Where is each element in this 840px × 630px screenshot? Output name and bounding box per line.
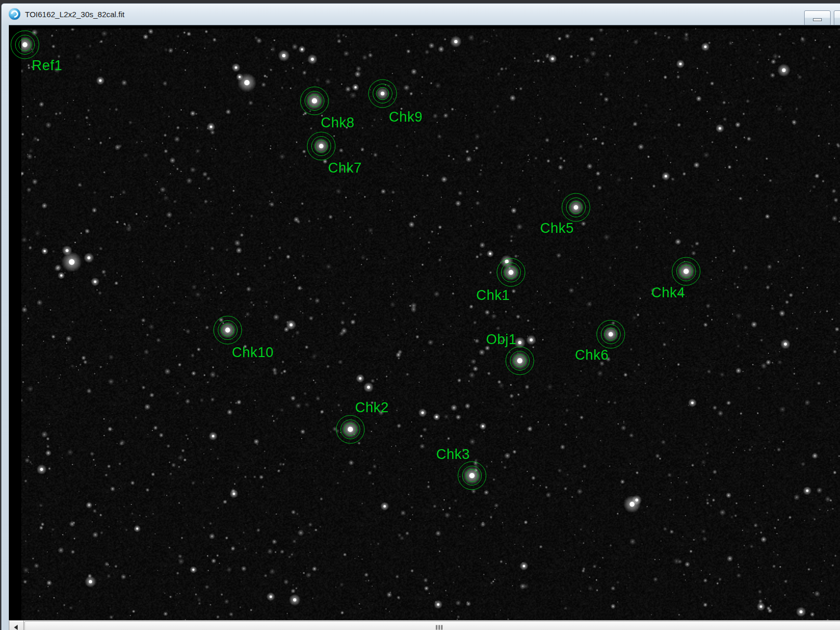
scrollbar-track[interactable]	[24, 621, 840, 630]
scrollbar-thumb[interactable]	[24, 621, 840, 630]
aperture-ring	[369, 80, 397, 108]
marker-label: Chk6	[575, 348, 609, 362]
marker-label: Chk8	[321, 115, 355, 130]
marker-label: Chk5	[540, 221, 574, 235]
marker-label: Chk1	[476, 288, 510, 303]
star-field-canvas[interactable]	[9, 25, 840, 621]
horizontal-scrollbar[interactable]	[9, 620, 840, 630]
marker-label: Chk9	[389, 110, 423, 124]
maximize-button[interactable]	[834, 10, 840, 26]
aperture-ring	[597, 320, 625, 349]
marker-label: Chk3	[436, 447, 470, 462]
minimize-icon	[813, 18, 822, 21]
marker-label: Obj1	[486, 332, 517, 347]
marker-label: Chk2	[355, 400, 389, 415]
aperture-ring	[562, 193, 590, 222]
marker-label: Chk7	[328, 161, 362, 175]
aperture-ring	[214, 316, 242, 345]
app-icon[interactable]	[9, 8, 20, 20]
marker-label: Chk10	[232, 345, 274, 360]
scroll-left-button[interactable]	[9, 621, 24, 630]
aperture-ring	[307, 132, 336, 161]
aperture-ring	[672, 257, 701, 286]
image-canvas-area[interactable]: Ref1Chk8Chk9Chk7Chk5Chk1Chk4Chk10Obj1Chk…	[9, 25, 840, 621]
title-bar[interactable]: TOI6162_L2x2_30s_82cal.fit	[2, 4, 840, 24]
left-triangle-icon	[14, 625, 18, 630]
window-title: TOI6162_L2x2_30s_82cal.fit	[25, 10, 125, 19]
aperture-ring	[336, 415, 365, 444]
minimize-button[interactable]	[804, 10, 831, 26]
image-document-window: TOI6162_L2x2_30s_82cal.fit Ref1Chk8Chk9C…	[1, 3, 840, 630]
aperture-ring	[458, 462, 487, 490]
marker-label: Ref1	[32, 58, 62, 73]
aperture-ring	[11, 31, 40, 59]
marker-label: Chk4	[651, 285, 685, 300]
aperture-ring	[497, 258, 526, 287]
window-controls	[804, 10, 840, 26]
aperture-ring	[300, 87, 329, 115]
aperture-ring	[506, 347, 534, 375]
scrollbar-grip-icon	[436, 625, 442, 629]
